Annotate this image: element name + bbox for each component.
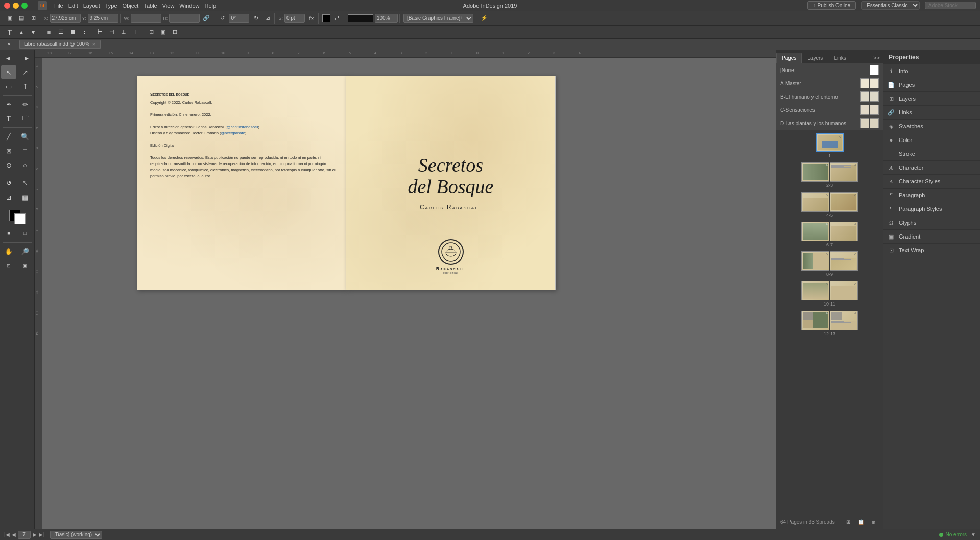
background-color-swatch[interactable] (14, 213, 26, 224)
prop-section-gradient[interactable]: ▣ Gradient (883, 230, 980, 244)
tab-links[interactable]: Links (828, 53, 851, 63)
adobe-stock-search[interactable] (925, 2, 976, 9)
gap-tool[interactable]: ⊺ (17, 80, 33, 93)
h-input[interactable] (169, 14, 200, 23)
align-right-btn[interactable]: ≣ (67, 27, 78, 37)
hand-tool[interactable]: ✋ (1, 245, 16, 258)
scale-tool[interactable]: ⤡ (17, 176, 33, 190)
toolbar-mode-btn3[interactable]: ⊞ (28, 13, 38, 24)
shear-btn[interactable]: ⊿ (262, 13, 273, 24)
doc-tab-close-btn[interactable]: ✕ (92, 42, 96, 47)
w-input[interactable] (131, 14, 161, 23)
rotate-cw-btn[interactable]: ↻ (251, 13, 261, 24)
maximize-button[interactable] (21, 3, 28, 9)
dropdown-arrow[interactable]: ▼ (971, 532, 976, 537)
next-page-btn[interactable]: ▶ (33, 532, 37, 537)
first-page-btn[interactable]: |◀ (4, 532, 10, 537)
type-size-up-btn[interactable]: ▲ (16, 27, 27, 37)
fill-frame-btn[interactable]: ▣ (158, 27, 168, 37)
text-flow-btn3[interactable]: ⊥ (118, 27, 129, 37)
page-6-thumb[interactable]: A (801, 222, 829, 241)
zoom-tool[interactable]: 🔎 (17, 245, 33, 258)
prop-section-info[interactable]: ℹ Info (883, 64, 980, 78)
prop-section-swatches[interactable]: ◈ Swatches (883, 120, 980, 133)
new-page-spread-btn[interactable]: ⊞ (843, 516, 853, 527)
ellipse-frame-tool[interactable]: ⊙ (1, 158, 16, 172)
spread-8-9[interactable]: A A (779, 251, 880, 277)
text-flow-btn1[interactable]: ⊢ (95, 27, 105, 37)
prop-swatches-header[interactable]: ◈ Swatches (883, 120, 980, 133)
menu-view[interactable]: View (162, 3, 175, 9)
prop-para-styles-header[interactable]: ¶ Paragraph Styles (883, 202, 980, 216)
selection-tool[interactable]: ↖ (1, 65, 16, 79)
delete-page-btn[interactable]: 🗑 (869, 516, 879, 527)
publish-online-button[interactable]: ↑ Publish Online (807, 1, 856, 10)
x-input[interactable] (50, 14, 81, 23)
eyedropper-tool[interactable]: 🔍 (17, 130, 33, 143)
menu-object[interactable]: Object (123, 3, 139, 9)
gradient-feather-tool[interactable]: ▦ (17, 191, 33, 204)
pencil-tool[interactable]: ✏ (17, 98, 33, 111)
page-5-thumb[interactable]: A (830, 192, 858, 212)
foreground-background-colors[interactable] (9, 210, 26, 224)
prop-section-layers[interactable]: ⊞ Layers (883, 92, 980, 106)
prop-gradient-header[interactable]: ▣ Gradient (883, 230, 980, 243)
direct-selection-tool[interactable]: ↗ (17, 65, 33, 79)
prop-layers-header[interactable]: ⊞ Layers (883, 92, 980, 105)
line-tool[interactable]: ╱ (1, 130, 16, 143)
prop-pages-header[interactable]: 📄 Pages (883, 78, 980, 91)
prop-section-character[interactable]: A Character (883, 161, 980, 175)
type-size-dn-btn[interactable]: ▼ (28, 27, 38, 37)
spread-12-13[interactable]: A A (779, 311, 880, 336)
panel-more-btn[interactable]: >> (870, 53, 883, 63)
fit-frame-btn[interactable]: ⊡ (146, 27, 156, 37)
menu-file[interactable]: File (54, 3, 63, 9)
opacity-input[interactable] (375, 14, 398, 23)
prop-stroke-header[interactable]: ─ Stroke (883, 147, 980, 160)
prop-color-header[interactable]: ● Color (883, 133, 980, 147)
menu-edit[interactable]: Edit (68, 3, 78, 9)
stroke-input[interactable] (284, 14, 305, 23)
page-8-thumb[interactable]: A (801, 251, 829, 271)
y-input[interactable] (88, 14, 118, 23)
close-all-tabs-btn[interactable]: ✕ (4, 39, 14, 50)
screen-mode-btn[interactable]: ⊡ (1, 259, 16, 272)
page-12-thumb[interactable]: A (801, 311, 829, 330)
fill-color-box[interactable] (322, 14, 330, 22)
type-tool-btn[interactable]: T (5, 27, 15, 37)
prop-text-wrap-header[interactable]: ⊡ Text Wrap (883, 244, 980, 257)
prop-links-header[interactable]: 🔗 Links (883, 106, 980, 119)
create-master-btn[interactable]: 📋 (856, 516, 866, 527)
close-button[interactable] (4, 3, 10, 9)
rectangle-tool[interactable]: □ (17, 144, 33, 157)
prop-section-paragraph[interactable]: ¶ Paragraph (883, 189, 980, 202)
master-c[interactable]: C-Sensaciones (776, 103, 883, 116)
prev-page-btn[interactable]: ◀ (12, 532, 16, 537)
prop-char-styles-header[interactable]: A Character Styles (883, 175, 980, 188)
type-on-path-tool[interactable]: T⌒ (17, 112, 33, 125)
spread-4-5[interactable]: A A 4-5 (779, 192, 880, 218)
canvas-area[interactable]: 18 17 16 15 14 13 12 11 10 9 8 7 6 5 4 3… (35, 50, 776, 529)
stroke-effects-btn[interactable]: fx (306, 13, 317, 24)
prop-section-color[interactable]: ● Color (883, 133, 980, 147)
prop-section-stroke[interactable]: ─ Stroke (883, 147, 980, 161)
prop-section-text-wrap[interactable]: ⊡ Text Wrap (883, 244, 980, 257)
prop-glyphs-header[interactable]: Ω Glyphs (883, 216, 980, 229)
shear-tool[interactable]: ⊿ (1, 191, 16, 204)
page-2-thumb[interactable]: A (801, 162, 829, 182)
workspace-select[interactable]: Essentials Classic (861, 1, 920, 10)
master-none[interactable]: [None] (776, 63, 883, 77)
current-page-input[interactable] (18, 531, 31, 539)
rotate-ccw-btn[interactable]: ↺ (217, 13, 227, 24)
spread-1[interactable]: A A 1 (779, 133, 880, 158)
editor-link[interactable]: @carlitosrabascall (227, 125, 258, 129)
toolbar-mode-btn1[interactable]: ▣ (5, 13, 15, 24)
page-1-thumb[interactable]: A A (816, 133, 844, 152)
prop-section-character-styles[interactable]: A Character Styles (883, 175, 980, 189)
type-tool[interactable]: T (1, 112, 16, 125)
prop-section-paragraph-styles[interactable]: ¶ Paragraph Styles (883, 202, 980, 216)
spread-6-7[interactable]: A A (779, 222, 880, 247)
prop-info-header[interactable]: ℹ Info (883, 64, 980, 78)
page-11-thumb[interactable]: A (830, 281, 858, 300)
page-4-thumb[interactable]: A (801, 192, 829, 212)
